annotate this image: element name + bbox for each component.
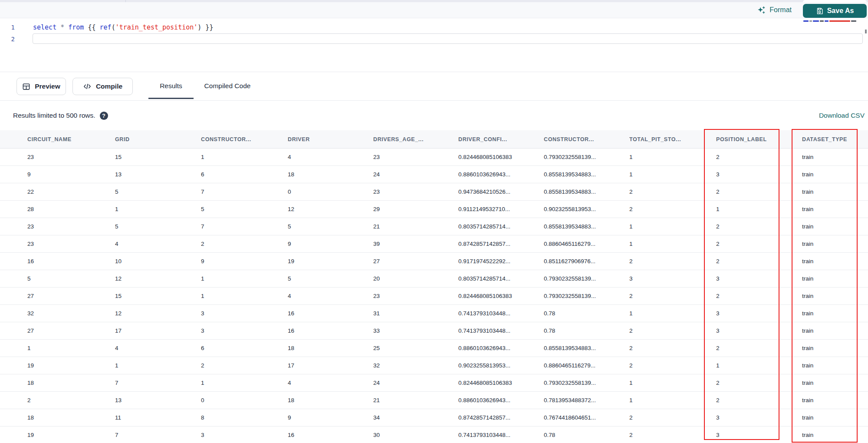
sql-editor[interactable]: 1 2 select * from {{ ref('train_test_pos… bbox=[0, 18, 868, 72]
table-cell: 8 bbox=[201, 414, 288, 421]
table-cell: 0.8558139534883... bbox=[544, 345, 629, 351]
table-cell: 18 bbox=[288, 345, 373, 351]
table-cell: 0 bbox=[288, 188, 373, 195]
table-cell: 16 bbox=[288, 432, 373, 438]
column-header-constructor[interactable]: CONSTRUCTOR... bbox=[544, 136, 629, 142]
table-cell: 2 bbox=[629, 362, 716, 369]
table-cell: 32 bbox=[27, 310, 115, 317]
table-cell: 30 bbox=[373, 432, 458, 438]
table-cell: 0.8742857142857... bbox=[458, 241, 544, 247]
compile-label: Compile bbox=[96, 83, 122, 90]
table-cell: 1 bbox=[629, 380, 716, 386]
table-cell: 13 bbox=[115, 171, 201, 178]
table-grid-icon bbox=[22, 83, 30, 91]
tab-results-label: Results bbox=[160, 82, 182, 90]
table-cell: 2 bbox=[629, 327, 716, 334]
column-header-total-pit-sto[interactable]: TOTAL_PIT_STO... bbox=[629, 136, 716, 142]
tab-results[interactable]: Results bbox=[148, 72, 194, 100]
table-cell: 17 bbox=[115, 327, 201, 334]
table-cell: 0.8860465116279... bbox=[544, 362, 629, 369]
save-as-button[interactable]: Save As bbox=[803, 4, 867, 18]
download-csv-link[interactable]: Download CSV bbox=[819, 112, 865, 119]
save-icon bbox=[816, 7, 823, 15]
table-cell: 2 bbox=[201, 362, 288, 369]
table-cell: 15 bbox=[115, 154, 201, 160]
compile-button[interactable]: Compile bbox=[72, 78, 133, 95]
table-cell: 0.7413793103448... bbox=[458, 432, 544, 438]
column-header-driver-confi[interactable]: DRIVER_CONFI... bbox=[458, 136, 544, 142]
highlight-box-dataset-type bbox=[792, 129, 858, 443]
table-cell: 5 bbox=[288, 275, 373, 282]
table-cell: 21 bbox=[373, 397, 458, 403]
table-cell: 4 bbox=[115, 241, 201, 247]
table-cell: 0.78 bbox=[544, 310, 629, 317]
line-number-1: 1 bbox=[0, 22, 15, 33]
table-cell: 12 bbox=[288, 206, 373, 212]
table-cell: 1 bbox=[629, 223, 716, 230]
table-cell: 1 bbox=[115, 362, 201, 369]
format-label: Format bbox=[769, 6, 792, 14]
preview-button[interactable]: Preview bbox=[16, 78, 66, 95]
table-cell: 9 bbox=[27, 171, 115, 178]
format-button[interactable]: Format bbox=[757, 2, 792, 18]
column-header-driver[interactable]: DRIVER bbox=[288, 136, 373, 142]
table-cell: 2 bbox=[201, 241, 288, 247]
table-cell: 0.7930232558139... bbox=[544, 293, 629, 299]
table-cell: 18 bbox=[288, 171, 373, 178]
line-number-2: 2 bbox=[0, 33, 15, 45]
active-line-highlight bbox=[33, 33, 863, 44]
table-cell: 27 bbox=[27, 327, 115, 334]
tab-compiled-code[interactable]: Compiled Code bbox=[199, 72, 256, 100]
table-cell: 2 bbox=[629, 206, 716, 212]
table-cell: 0.7930232558139... bbox=[544, 154, 629, 160]
table-cell: 0 bbox=[201, 397, 288, 403]
table-cell: 0.7674418604651... bbox=[544, 414, 629, 421]
table-cell: 1 bbox=[201, 293, 288, 299]
table-cell: 0.824468085106383 bbox=[458, 154, 544, 160]
table-cell: 23 bbox=[27, 223, 115, 230]
table-cell: 0.7413793103448... bbox=[458, 327, 544, 334]
help-icon[interactable]: ? bbox=[100, 112, 108, 120]
table-cell: 0.8860103626943... bbox=[458, 397, 544, 403]
preview-label: Preview bbox=[35, 83, 60, 90]
table-cell: 16 bbox=[288, 310, 373, 317]
minimap-marker bbox=[865, 30, 867, 33]
table-cell: 1 bbox=[201, 154, 288, 160]
table-cell: 20 bbox=[373, 275, 458, 282]
table-cell: 1 bbox=[629, 171, 716, 178]
table-cell: 21 bbox=[373, 223, 458, 230]
table-cell: 0.824468085106383 bbox=[458, 293, 544, 299]
highlight-box-position-label bbox=[704, 129, 779, 440]
column-header-constructor[interactable]: CONSTRUCTOR... bbox=[201, 136, 288, 142]
active-tab-underline bbox=[148, 98, 194, 99]
table-cell: 2 bbox=[629, 345, 716, 351]
code-line-1[interactable]: select * from {{ ref('train_test_positio… bbox=[33, 22, 213, 33]
column-header-circuit-name[interactable]: CIRCUIT_NAME bbox=[27, 136, 115, 142]
table-cell: 23 bbox=[27, 154, 115, 160]
table-cell: 4 bbox=[288, 380, 373, 386]
table-cell: 5 bbox=[27, 275, 115, 282]
editor-toolbar: Format Save As bbox=[0, 2, 868, 18]
table-cell: 27 bbox=[27, 293, 115, 299]
table-cell: 15 bbox=[115, 293, 201, 299]
column-header-grid[interactable]: GRID bbox=[115, 136, 201, 142]
table-cell: 5 bbox=[115, 188, 201, 195]
sparkles-icon bbox=[757, 6, 766, 14]
table-cell: 0.8860103626943... bbox=[458, 345, 544, 351]
table-cell: 27 bbox=[373, 258, 458, 264]
table-cell: 0.8860465116279... bbox=[544, 241, 629, 247]
table-cell: 3 bbox=[629, 275, 716, 282]
table-cell: 0.824468085106383 bbox=[458, 380, 544, 386]
table-cell: 12 bbox=[115, 275, 201, 282]
table-cell: 23 bbox=[373, 293, 458, 299]
table-cell: 13 bbox=[115, 397, 201, 403]
table-cell: 2 bbox=[629, 414, 716, 421]
column-header-drivers-age[interactable]: DRIVERS_AGE_... bbox=[373, 136, 458, 142]
table-cell: 24 bbox=[373, 380, 458, 386]
table-cell: 22 bbox=[27, 188, 115, 195]
table-cell: 3 bbox=[201, 327, 288, 334]
table-cell: 12 bbox=[115, 310, 201, 317]
table-cell: 24 bbox=[373, 171, 458, 178]
editor-minimap[interactable] bbox=[803, 20, 856, 22]
table-cell: 7 bbox=[115, 432, 201, 438]
